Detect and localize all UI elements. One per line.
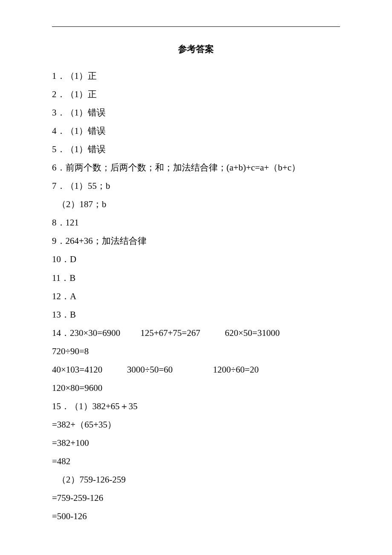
answer-line: =382+（65+35） [52,416,340,434]
answer-line: 120×80=9600 [52,379,340,397]
top-rule [52,26,340,27]
answer-line: 7．（1）55；b [52,177,340,195]
answer-line: 11．B [52,269,340,287]
answer-line: （2）187；b [52,195,340,214]
answer-line: =382+100 [52,434,340,452]
answer-line: =482 [52,452,340,471]
answer-line: （2）759-126-259 [52,471,340,489]
answer-line: =759-259-126 [52,489,340,507]
answer-content: 1．（1）正2．（1）正3．（1）错误4．（1）错误5．（1）错误6．前两个数；… [52,67,340,526]
page-container: 参考答案 1．（1）正2．（1）正3．（1）错误4．（1）错误5．（1）错误6．… [0,0,392,526]
answer-line: 40×103=4120 3000÷50=60 1200÷60=20 [52,361,340,379]
answer-line: 9．264+36；加法结合律 [52,232,340,250]
answer-line: 10．D [52,250,340,269]
answer-line: 5．（1）错误 [52,140,340,159]
answer-line: 2．（1）正 [52,85,340,104]
answer-line: 3．（1）错误 [52,104,340,122]
document-title: 参考答案 [52,43,340,55]
answer-line: 12．A [52,287,340,306]
answer-line: 14．230×30=6900 125+67+75=267 620×50=3100… [52,324,340,342]
answer-line: =500-126 [52,507,340,526]
answer-line: 720÷90=8 [52,342,340,361]
answer-line: 6．前两个数；后两个数；和；加法结合律；(a+b)+c=a+（b+c） [52,159,340,177]
answer-line: 8．121 [52,214,340,232]
answer-line: 15．（1）382+65＋35 [52,397,340,416]
answer-line: 13．B [52,306,340,324]
answer-line: 4．（1）错误 [52,122,340,140]
answer-line: 1．（1）正 [52,67,340,85]
